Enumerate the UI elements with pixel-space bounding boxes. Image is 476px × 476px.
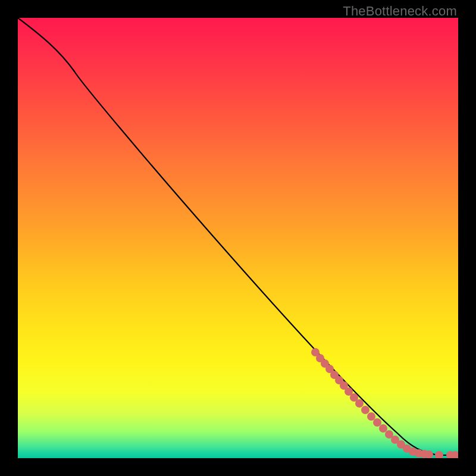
chart-frame: TheBottleneck.com [0, 0, 476, 476]
svg-point-11 [367, 412, 375, 421]
svg-point-9 [355, 399, 364, 408]
plot-area [18, 18, 458, 458]
watermark-text: TheBottleneck.com [343, 4, 457, 19]
svg-point-13 [379, 424, 387, 433]
svg-point-22 [435, 451, 443, 458]
svg-point-10 [361, 406, 369, 414]
svg-point-12 [373, 418, 381, 427]
curve-layer [18, 18, 458, 458]
main-curve [18, 18, 458, 455]
scatter-dots [311, 348, 458, 458]
